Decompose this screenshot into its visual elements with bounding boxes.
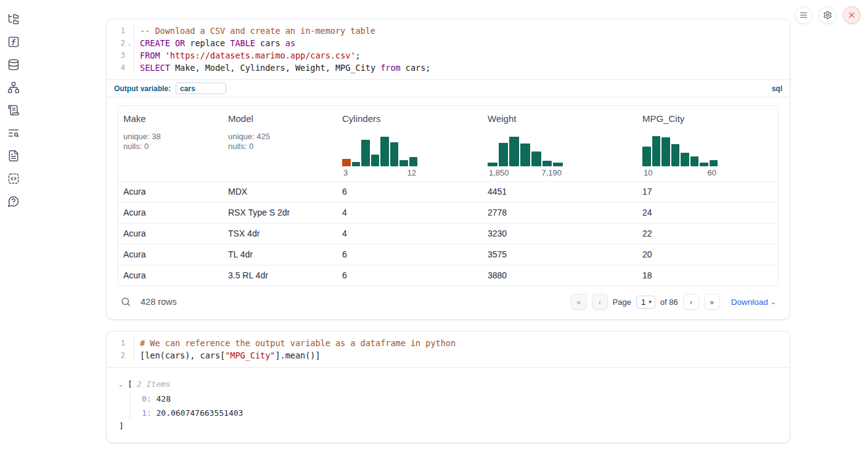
table-cell: TSX 4dr xyxy=(223,224,337,244)
prev-page-button[interactable]: ‹ xyxy=(592,294,608,310)
next-page-button[interactable]: › xyxy=(683,294,699,310)
panel-logs[interactable] xyxy=(7,126,20,140)
histogram-bar xyxy=(661,137,670,166)
column-name: Cylinders xyxy=(342,113,478,124)
table-row[interactable]: AcuraTSX 4dr4323022 xyxy=(118,223,778,244)
database-icon xyxy=(7,59,20,71)
table-cell: 4 xyxy=(337,203,483,223)
collapse-toggle-icon[interactable]: ⌄ xyxy=(119,381,128,387)
table-cell: 17 xyxy=(637,182,778,202)
column-header-model[interactable]: Modelunique: 425nulls: 0 xyxy=(223,106,337,181)
panel-dependency-graph[interactable] xyxy=(7,81,20,94)
panel-documentation[interactable] xyxy=(7,149,20,163)
panel-datasources[interactable] xyxy=(7,58,20,71)
table-cell: 6 xyxy=(337,265,483,286)
column-name: MPG_City xyxy=(642,113,773,124)
column-header-mpg_city[interactable]: MPG_City1060 xyxy=(637,106,778,181)
fold-spacer xyxy=(125,349,134,362)
histogram-bar xyxy=(671,144,680,166)
list-item: 1: 20.060747663551403 xyxy=(142,406,779,420)
histogram-bar xyxy=(700,163,708,166)
histogram-bar xyxy=(342,159,351,166)
code-line: 2⌄CREATE OR replace TABLE cars as xyxy=(110,37,790,49)
column-name: Weight xyxy=(488,113,633,124)
column-histogram[interactable]: 1,8507,190 xyxy=(488,134,563,177)
page-select[interactable]: 1 ▾ xyxy=(636,296,655,309)
table-cell: Acura xyxy=(118,245,223,265)
column-header-make[interactable]: Makeunique: 38nulls: 0 xyxy=(118,106,223,181)
panel-help[interactable] xyxy=(7,195,20,208)
code-text: CREATE OR replace TABLE cars as xyxy=(134,37,790,49)
document-icon xyxy=(7,150,20,162)
table-cell: 22 xyxy=(637,224,778,244)
notebook: 1-- Download a CSV and create an in-memo… xyxy=(106,18,790,443)
output-variable-input[interactable] xyxy=(176,83,226,94)
table-row[interactable]: Acura3.5 RL 4dr6388018 xyxy=(118,265,778,286)
code-line: 1# We can reference the output variable … xyxy=(110,337,790,349)
folder-tree-icon xyxy=(7,13,20,25)
panel-scratchpad[interactable] xyxy=(7,103,20,117)
histogram-axis-labels: 312 xyxy=(342,168,417,177)
menu-button[interactable] xyxy=(795,6,813,24)
column-stats: unique: 38nulls: 0 xyxy=(123,132,218,152)
shutdown-button[interactable] xyxy=(843,6,861,24)
column-histogram[interactable]: 312 xyxy=(342,134,417,177)
first-page-button[interactable]: « xyxy=(571,294,587,310)
panel-snippets[interactable] xyxy=(7,172,20,185)
left-sidebar xyxy=(0,12,27,208)
table-cell: RSX Type S 2dr xyxy=(223,203,337,223)
table-row[interactable]: AcuraMDX6445117 xyxy=(118,181,778,202)
histogram-bar xyxy=(380,137,389,166)
code-text: [len(cars), cars["MPG_City"].mean()] xyxy=(134,349,790,362)
fold-spacer xyxy=(125,337,134,349)
text-search-icon xyxy=(7,127,20,139)
column-header-cylinders[interactable]: Cylinders312 xyxy=(337,106,483,181)
histogram-bar xyxy=(352,162,361,166)
code-line: 3FROM 'https://datasets.marimo.app/cars.… xyxy=(110,49,790,62)
histogram-bar xyxy=(409,157,418,166)
line-number: 3 xyxy=(110,49,125,62)
item-index: 1: xyxy=(142,408,152,418)
histogram-bar xyxy=(642,147,651,166)
histogram-bar xyxy=(531,152,541,166)
histogram-bar xyxy=(681,153,689,166)
settings-button[interactable] xyxy=(819,6,837,24)
histogram-bar xyxy=(361,140,370,166)
column-name: Model xyxy=(228,113,332,124)
language-badge[interactable]: sql xyxy=(772,84,782,93)
line-number: 2 xyxy=(110,37,125,49)
table-cell: 4451 xyxy=(483,182,637,202)
fold-chevron-icon[interactable]: ⌄ xyxy=(125,37,134,49)
snippets-icon xyxy=(7,172,20,185)
column-histogram[interactable]: 1060 xyxy=(642,134,718,177)
panel-file-explorer[interactable] xyxy=(7,12,20,26)
download-button[interactable]: Download ⌄ xyxy=(731,297,776,307)
histogram-bar xyxy=(371,155,380,166)
panel-variables[interactable] xyxy=(7,35,20,49)
table-row[interactable]: AcuraTL 4dr6357520 xyxy=(118,244,778,265)
histogram-bar xyxy=(509,137,519,166)
column-header-weight[interactable]: Weight1,8507,190 xyxy=(483,106,637,181)
row-count: 428 rows xyxy=(141,297,177,307)
item-index: 0: xyxy=(142,394,152,403)
gear-icon xyxy=(823,10,832,20)
help-circle-icon xyxy=(7,195,20,208)
table-footer: 428 rows « ‹ Page 1 ▾ of 86 › » Download… xyxy=(118,293,779,310)
python-code-editor[interactable]: 1# We can reference the output variable … xyxy=(107,331,790,367)
sql-cell: 1-- Download a CSV and create an in-memo… xyxy=(106,18,790,320)
table-cell: Acura xyxy=(118,203,223,223)
search-icon[interactable] xyxy=(120,296,131,307)
last-page-button[interactable]: » xyxy=(704,294,720,310)
close-icon xyxy=(847,10,856,20)
table-cell: 4 xyxy=(337,224,483,244)
fold-spacer xyxy=(125,25,134,37)
page-total-label: of 86 xyxy=(660,297,678,307)
table-cell: 18 xyxy=(637,265,778,286)
table-row[interactable]: AcuraRSX Type S 2dr4277824 xyxy=(118,202,778,223)
table-cell: Acura xyxy=(118,265,223,286)
list-output-tree: ⌄ [ 2 Items 0: 4281: 20.060747663551403 … xyxy=(118,376,779,434)
chevron-down-icon: ⌄ xyxy=(771,298,776,306)
code-text: # We can reference the output variable a… xyxy=(134,337,790,349)
sql-code-editor[interactable]: 1-- Download a CSV and create an in-memo… xyxy=(107,19,790,79)
table-cell: MDX xyxy=(223,182,337,202)
